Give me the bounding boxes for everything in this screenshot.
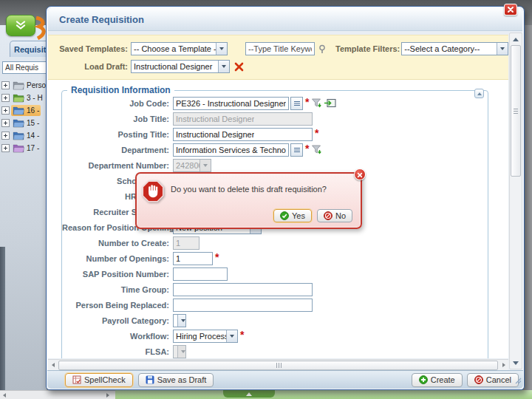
tree-item-15[interactable]: 15 -: [0, 117, 47, 129]
load-draft-select[interactable]: Instructional Designer: [131, 60, 230, 73]
lookup-list-icon[interactable]: [290, 143, 303, 157]
spellcheck-button[interactable]: SpellCheck: [65, 373, 133, 387]
expand-plus-icon[interactable]: [1, 94, 10, 102]
select-value: -- Choose a Template --: [132, 44, 216, 53]
requisition-tree: Perso3 - H16 -15 -14 -17 -: [0, 79, 47, 154]
window-close-button[interactable]: [504, 4, 517, 16]
payroll-category-select[interactable]: [173, 314, 186, 327]
scroll-up-arrow[interactable]: [511, 34, 521, 44]
tree-item-3-h[interactable]: 3 - H: [0, 92, 47, 104]
tree-item-label: Perso: [27, 81, 46, 89]
yes-label: Yes: [292, 211, 305, 220]
window-title: Create Requisition: [59, 14, 144, 25]
job-title-label: Job Title:: [62, 115, 173, 123]
form-row: Payroll Category:: [62, 313, 488, 328]
department-number-label: Department Number:: [62, 161, 173, 170]
dialog-close-button[interactable]: [354, 168, 366, 180]
job-code-input[interactable]: PE326 - Instructional Designer: [173, 97, 289, 110]
sidebar-hscrollbar[interactable]: [0, 390, 115, 399]
form-row: Time Group:: [62, 282, 488, 297]
screen: Requisiti All Requis Perso3 - H16 -15 -1…: [0, 0, 532, 399]
recruiter-s-label: Recruiter S: [62, 208, 140, 216]
select-value: --Select a Category--: [402, 44, 497, 53]
dialog-message: Do you want to delete this draft requisi…: [171, 185, 327, 194]
expand-plus-icon[interactable]: [1, 132, 10, 140]
required-asterisk: *: [305, 145, 309, 152]
requisition-filter-select[interactable]: All Requis: [2, 61, 47, 74]
template-filters-label: Template Filters:: [335, 44, 398, 53]
tree-item-14[interactable]: 14 -: [0, 129, 47, 142]
expand-plus-icon[interactable]: [1, 81, 10, 89]
expand-plus-icon[interactable]: [1, 106, 10, 115]
lookup-list-icon[interactable]: [290, 97, 303, 110]
form-row: Number to Create:1: [62, 235, 488, 250]
vscroll-thumb[interactable]: [511, 45, 521, 177]
import-icon[interactable]: [324, 98, 336, 108]
double-chevron-down-icon: [15, 19, 27, 33]
number-to-create-input: 1: [173, 236, 200, 250]
workflow-select[interactable]: Hiring Process: [173, 330, 238, 343]
expand-plus-icon[interactable]: [1, 119, 10, 127]
person-being-replaced-label: Person Being Replaced:: [62, 301, 173, 310]
select-value: Instructional Designer: [132, 62, 218, 71]
plus-circle-icon: [419, 375, 428, 384]
create-button[interactable]: Create: [412, 373, 463, 387]
scroll-right-arrow[interactable]: [106, 393, 109, 398]
resize-grip[interactable]: [515, 374, 522, 387]
window-titlebar: Create Requisition: [48, 8, 522, 31]
panel-expand-handle[interactable]: [223, 390, 275, 398]
hscroll-thumb[interactable]: [58, 361, 498, 370]
no-button[interactable]: No: [317, 209, 352, 222]
spellcheck-icon: [72, 375, 81, 384]
department-input[interactable]: Information Services & Technology: [173, 143, 289, 157]
check-circle-icon: [280, 211, 289, 220]
input-value: Instructional Designer: [176, 130, 254, 139]
form-row: Department Number:242800: [62, 157, 488, 173]
sap-position-number-input[interactable]: [173, 267, 228, 281]
tree-item-body: 3 - H: [11, 92, 44, 103]
tree-item-17[interactable]: 17 -: [0, 142, 47, 154]
yes-button[interactable]: Yes: [273, 209, 312, 222]
window-footer: SpellCheck Save as Draft Create Cancel: [47, 370, 523, 389]
expand-plus-icon[interactable]: [1, 144, 10, 152]
form-row: Job Code:PE326 - Instructional Designer*: [62, 95, 488, 111]
create-label: Create: [431, 375, 455, 384]
template-filters-select[interactable]: --Select a Category--: [401, 42, 508, 55]
tree-item-label: 15 -: [27, 119, 39, 127]
tree-item-16[interactable]: 16 -: [0, 104, 47, 117]
sidebar-collapse-button[interactable]: [6, 15, 35, 36]
job-title-input: Instructional Designer: [173, 112, 313, 126]
app-logo: [34, 16, 47, 40]
saved-templates-select[interactable]: -- Choose a Template --: [131, 42, 228, 55]
search-magnifier-icon[interactable]: [318, 44, 327, 54]
section-title: Requisition Information: [67, 85, 174, 95]
scroll-down-arrow[interactable]: [511, 358, 521, 368]
form-hscrollbar[interactable]: [48, 359, 508, 370]
no-label: No: [335, 211, 346, 220]
form-row: Job Title:Instructional Designer: [62, 111, 488, 126]
title-keyword-input[interactable]: --Type Title Keyword(s)--: [245, 42, 315, 55]
person-being-replaced-input[interactable]: [173, 299, 313, 312]
delete-draft-icon[interactable]: [234, 62, 244, 72]
input-value: --Type Title Keyword(s)--: [248, 44, 312, 53]
input-value: 1: [176, 254, 180, 263]
filter-funnel-icon[interactable]: [311, 98, 322, 109]
input-value: 1: [176, 239, 180, 248]
save-as-draft-button[interactable]: Save as Draft: [138, 373, 214, 387]
time-group-input[interactable]: [173, 283, 313, 296]
no-slash-icon: [324, 211, 332, 220]
scroll-right-arrow[interactable]: [499, 361, 508, 370]
section-collapse-button[interactable]: [474, 89, 484, 98]
scroll-left-arrow[interactable]: [3, 393, 6, 398]
form-row: SAP Position Number:: [62, 266, 488, 282]
requisition-filter-value: All Requis: [5, 64, 38, 72]
tab-requisitions-label: Requisiti: [14, 45, 48, 54]
number-of-openings-input[interactable]: 1: [173, 252, 213, 265]
thumb-grip: [514, 109, 518, 114]
filter-funnel-icon[interactable]: [311, 144, 322, 155]
tree-item-perso[interactable]: Perso: [0, 79, 47, 92]
posting-title-input[interactable]: Instructional Designer: [173, 128, 313, 141]
scroll-left-arrow[interactable]: [48, 361, 58, 370]
form-vscrollbar[interactable]: [509, 33, 522, 369]
cancel-button[interactable]: Cancel: [467, 373, 519, 387]
